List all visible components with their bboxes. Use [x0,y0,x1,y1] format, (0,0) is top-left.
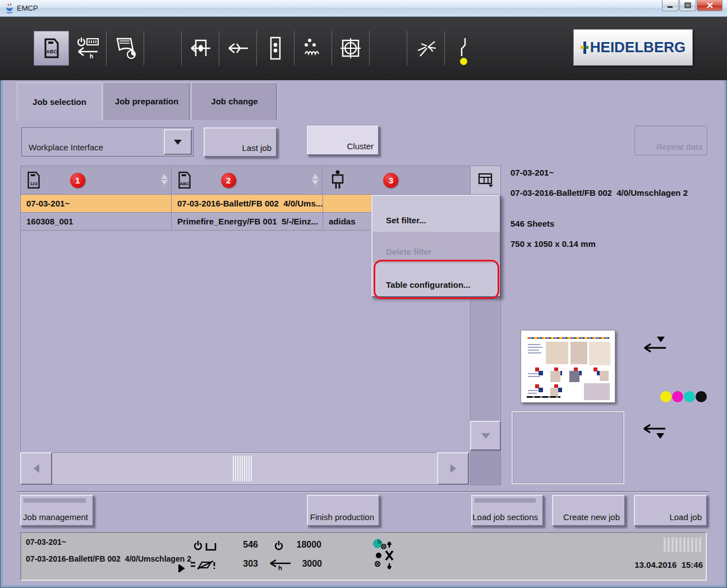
scroll-left-button[interactable] [20,452,52,485]
arrow-down-icon [481,433,490,439]
register-icon [338,36,363,60]
tab-job-preparation[interactable]: Job preparation [103,82,191,120]
load-job-sections-button[interactable]: Load job sections [471,495,544,526]
play-indicator-icon [177,563,185,573]
status-job-number: 07-03-201~ [26,538,66,546]
sheet-preview-thumbnail [521,330,615,403]
vertical-scrollbar-tail[interactable] [470,451,501,485]
svg-text:h: h [90,53,93,59]
heidelberg-logo-text: HEIDELBERG [590,39,685,56]
toolbar-register-button[interactable] [332,31,370,66]
annotation-highlight-box [374,260,499,299]
yellow-ink-dot [660,391,671,402]
toolbar-infeed-button[interactable] [182,31,219,66]
status-datetime: 13.04.2016 15:46 [583,560,703,569]
sheet-brake-icon [457,36,471,61]
workplace-dropdown[interactable]: Workplace Interface [21,127,194,157]
svg-text:h: h [278,564,282,571]
create-new-job-button[interactable]: Create new job [552,495,625,526]
person-icon [330,170,345,190]
arrow-left-icon [34,464,39,473]
sheet-counter-icon [192,540,219,552]
tab-job-change[interactable]: Job change [191,82,278,120]
footer-divider [17,491,710,492]
column-header-job-name[interactable]: ABC 2 [172,166,323,194]
sheet-travel-icon [113,36,137,60]
scroll-down-button[interactable] [470,421,501,451]
minimize-button[interactable] [662,0,679,11]
cell-job-name[interactable]: 07-03-2016-Ballett/FB 002 4/0/Ums... [172,195,323,212]
cell-job-number[interactable]: 160308_001 [21,213,172,230]
annotation-badge-3: 3 [383,173,398,188]
menu-item-set-filter[interactable]: Set filter... [372,196,500,232]
toolbar-arrow-left-button[interactable] [219,31,257,66]
svg-text:ABC: ABC [180,181,189,186]
cluster-button[interactable]: Cluster [307,126,379,155]
toolbar-job-selection-button[interactable]: ABC [34,31,69,66]
close-button[interactable] [697,0,723,11]
column-header-customer[interactable]: 3 [323,166,470,194]
workplace-dropdown-arrow-button[interactable] [164,129,192,155]
scroll-right-button[interactable] [437,452,469,485]
powder-spray-icon [413,36,438,61]
job-info-number: 07-03-201~ [510,168,554,177]
job-management-button[interactable]: Job management [20,495,94,526]
svg-text:123: 123 [30,181,38,186]
cyan-ink-dot [684,391,695,402]
maximize-button[interactable] [679,0,696,11]
annotation-badge-2: 2 [221,173,236,188]
machine-status-icon [370,539,397,570]
last-job-button[interactable]: Last job [204,127,277,157]
speed-per-hour-icon: h [268,559,292,571]
chevron-down-icon [174,140,182,145]
job-selection-icon: ABC [43,38,60,58]
status-job-name: 07-03-2016-Ballett/FB 002 4/0/Umschlagen… [26,554,191,563]
toolbar-slot-empty-1 [144,31,182,66]
title-bar[interactable]: EMCP [0,0,727,17]
speed-icon [273,540,285,552]
menu-item-delete-filter: Delete filter [372,232,500,263]
numeric-doc-icon: 123 [26,171,41,189]
button-progress-stripe [24,498,86,503]
toolbar-dampening-button[interactable] [295,31,332,66]
button-progress-stripe [475,498,536,503]
sort-arrows-icon[interactable] [161,174,168,185]
infeed-direction-icon [642,334,667,355]
ink-unit-icon [268,36,283,60]
waste-sheet-icon [188,559,217,571]
repeat-data-button: Repeat data [634,126,707,155]
dampening-icon [301,37,325,59]
job-info-name: 07-03-2016-Ballett/FB 002 4/0/Umschlagen… [510,188,688,197]
scrollbar-grip[interactable] [233,456,252,481]
column-header-job-number[interactable]: 123 1 [21,166,172,194]
cell-job-name[interactable]: Primefire_Energy/FB 001 5/-/Einz... [172,213,323,230]
java-app-icon [4,3,15,13]
finish-production-button[interactable]: Finish production [307,495,380,526]
alpha-doc-icon: ABC [177,171,192,189]
heidelberg-logo: HEIDELBERG [573,29,693,66]
toolbar-strip: ABC h [0,17,727,80]
toolbar-sheet-travel-button[interactable] [107,31,144,66]
workplace-dropdown-value: Workplace Interface [29,143,103,152]
toolbar-powder-spray-button[interactable] [407,31,445,66]
process-colors-indicator [660,391,707,405]
status-counter-actual: 546 [229,540,258,550]
toolbar-ink-unit-button[interactable] [257,31,295,66]
toolbar-counter-preset-button[interactable]: h [69,31,107,66]
tab-job-selection[interactable]: Job selection [17,82,102,121]
load-job-button[interactable]: Load job [634,495,707,526]
svg-text:ABC: ABC [46,49,57,54]
delivery-direction-icon [642,421,666,443]
cell-job-number[interactable]: 07-03-201~ [21,195,172,212]
table-configuration-button[interactable] [470,166,501,195]
window-title: EMCP [17,4,38,12]
status-speed-max: 18000 [291,540,321,550]
color-bar [527,337,609,339]
status-speed-actual: 3000 [293,559,322,569]
arrow-right-icon [450,464,456,473]
secondary-preview-placeholder [512,411,624,484]
sort-arrows-icon[interactable] [312,174,319,185]
infeed-icon [188,37,213,59]
counter-preset-icon: h [75,37,100,59]
heidelberg-logo-mark [581,42,588,54]
